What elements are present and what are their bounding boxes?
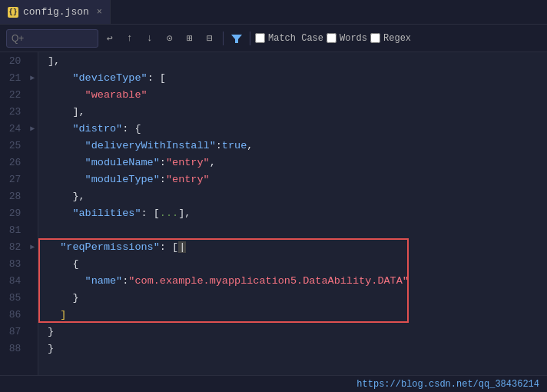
gutter-row: 28 (0, 188, 38, 204)
editor: 20 21▶ 22 23 24▶ 25 26 27 28 29 81 82▶ 8… (0, 52, 547, 375)
code-line-81 (38, 221, 409, 238)
funnel-icon-button[interactable] (228, 30, 245, 47)
words-checkbox[interactable]: Words (327, 33, 367, 44)
code-line-29: "abilities": [...], (38, 204, 409, 221)
code-line-24: "distro": { (38, 120, 409, 137)
code-line-23: ], (38, 103, 409, 120)
words-input[interactable] (327, 33, 336, 43)
code-line-87: } (38, 323, 409, 340)
tab-bar: {} config.json × (0, 0, 547, 25)
filter1-button[interactable]: ⊞ (181, 30, 198, 47)
gutter-row: 84 (0, 272, 38, 289)
gutter-row: 25 (0, 137, 38, 154)
code-line-25: "deliveryWithInstall": true, (38, 137, 409, 154)
words-label: Words (340, 33, 367, 44)
gutter-row: 23 (0, 103, 38, 120)
code-line-86: ] (38, 306, 409, 323)
code-line-28: }, (38, 188, 409, 204)
gutter-row: 24▶ (0, 120, 38, 137)
tab-config-json[interactable]: {} config.json × (0, 0, 111, 24)
filter2-button[interactable]: ⊟ (201, 30, 218, 47)
match-case-checkbox[interactable]: Match Case (255, 33, 323, 44)
editor-content: 20 21▶ 22 23 24▶ 25 26 27 28 29 81 82▶ 8… (0, 52, 409, 375)
status-link[interactable]: https://blog.csdn.net/qq_38436214 (356, 379, 539, 390)
code-line-26: "moduleName": "entry", (38, 154, 409, 171)
regex-checkbox[interactable]: Regex (370, 33, 411, 44)
gutter-row: 21▶ (0, 69, 38, 86)
code-line-20: ], (38, 52, 409, 69)
gutter-row: 26 (0, 154, 38, 171)
gutter-row: 87 (0, 323, 38, 340)
code-area[interactable]: ], "deviceType": [ "wearable" ], "distro… (38, 52, 409, 375)
svg-marker-0 (231, 35, 242, 43)
search-input[interactable] (12, 33, 93, 44)
gutter-row: 86 (0, 306, 38, 323)
code-line-88: } (38, 340, 409, 357)
toolbar: ↩ ↑ ↓ ⊙ ⊞ ⊟ Match Case Words Regex (0, 25, 547, 52)
code-line-85: } (38, 289, 409, 306)
search-icon-button[interactable]: ⊙ (161, 30, 178, 47)
code-line-22: "wearable" (38, 86, 409, 103)
line-gutter: 20 21▶ 22 23 24▶ 25 26 27 28 29 81 82▶ 8… (0, 52, 38, 375)
toolbar-separator2 (250, 32, 250, 45)
gutter-row: 85 (0, 289, 38, 306)
gutter-row: 20 (0, 52, 38, 69)
toolbar-separator (223, 32, 224, 45)
tab-close-button[interactable]: × (97, 7, 102, 18)
code-line-27: "moduleType": "entry" (38, 171, 409, 188)
code-line-21: "deviceType": [ (38, 69, 409, 86)
gutter-row: 81 (0, 221, 38, 238)
code-line-82: "reqPermissions": [| (38, 238, 409, 255)
tab-filename: config.json (23, 6, 89, 18)
code-line-84: "name": "com.example.myapplication5.Data… (38, 272, 409, 289)
gutter-row: 29 (0, 204, 38, 221)
next-result-button[interactable]: ↓ (141, 30, 158, 47)
match-case-input[interactable] (255, 33, 265, 43)
gutter-row: 27 (0, 171, 38, 188)
prev-result-button[interactable]: ↑ (121, 30, 138, 47)
gutter-row: 22 (0, 86, 38, 103)
regex-label: Regex (383, 33, 411, 44)
back-button[interactable]: ↩ (101, 30, 118, 47)
gutter-row: 82▶ (0, 238, 38, 255)
file-icon: {} (8, 7, 18, 18)
match-case-label: Match Case (268, 33, 323, 44)
regex-input[interactable] (370, 33, 380, 43)
status-bar: https://blog.csdn.net/qq_38436214 (0, 375, 547, 392)
code-line-83: { (38, 255, 409, 272)
gutter-row: 88 (0, 340, 38, 357)
search-box[interactable] (6, 29, 98, 48)
gutter-row: 83 (0, 255, 38, 272)
